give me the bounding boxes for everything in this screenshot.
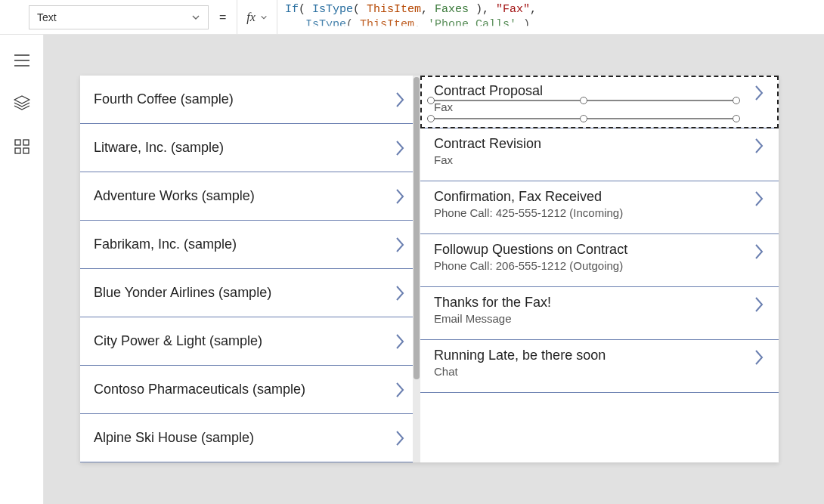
account-title: Fourth Coffee (sample) bbox=[94, 91, 234, 107]
svg-rect-3 bbox=[23, 148, 29, 153]
selection-box[interactable] bbox=[431, 118, 736, 119]
account-title: Contoso Pharmaceuticals (sample) bbox=[94, 382, 305, 397]
account-list-item[interactable]: Contoso Pharmaceuticals (sample) bbox=[80, 366, 420, 414]
selection-handle[interactable] bbox=[733, 115, 740, 122]
activity-subtitle: Phone Call: 206-555-1212 (Outgoing) bbox=[434, 259, 627, 272]
chevron-right-icon[interactable] bbox=[394, 235, 406, 255]
activity-list-item[interactable]: Followup Questions on ContractPhone Call… bbox=[420, 234, 779, 287]
account-list-item[interactable]: Blue Yonder Airlines (sample) bbox=[80, 269, 420, 317]
selection-handle[interactable] bbox=[427, 115, 435, 122]
chevron-right-icon[interactable] bbox=[753, 295, 765, 314]
svg-rect-1 bbox=[23, 140, 29, 145]
property-select-value: Text bbox=[37, 11, 57, 23]
chevron-right-icon[interactable] bbox=[394, 90, 406, 110]
chevron-right-icon[interactable] bbox=[753, 136, 765, 156]
canvas[interactable]: Fourth Coffee (sample)Litware, Inc. (sam… bbox=[44, 35, 824, 504]
account-title: Blue Yonder Airlines (sample) bbox=[94, 285, 271, 301]
chevron-down-icon bbox=[191, 13, 200, 22]
side-rail bbox=[0, 35, 44, 504]
layers-icon[interactable] bbox=[14, 95, 30, 110]
account-list-item[interactable]: Adventure Works (sample) bbox=[80, 172, 420, 221]
selection-handle[interactable] bbox=[580, 115, 587, 122]
activity-subtitle: Phone Call: 425-555-1212 (Incoming) bbox=[434, 206, 623, 219]
formula-input[interactable]: If( IsType( ThisItem, Faxes ), "Fax", Is… bbox=[277, 0, 824, 35]
account-title: Fabrikam, Inc. (sample) bbox=[94, 237, 237, 252]
app-preview: Fourth Coffee (sample)Litware, Inc. (sam… bbox=[80, 76, 779, 462]
activity-title: Thanks for the Fax! bbox=[434, 295, 551, 311]
chevron-right-icon[interactable] bbox=[394, 332, 406, 351]
activity-list-item[interactable]: Confirmation, Fax ReceivedPhone Call: 42… bbox=[420, 181, 779, 234]
fx-label: fx bbox=[246, 11, 256, 24]
account-title: Alpine Ski House (sample) bbox=[94, 430, 254, 446]
chevron-right-icon[interactable] bbox=[394, 428, 406, 448]
chevron-right-icon[interactable] bbox=[753, 189, 765, 209]
chevron-right-icon[interactable] bbox=[394, 187, 406, 206]
selection-handle[interactable] bbox=[427, 97, 435, 104]
accounts-gallery[interactable]: Fourth Coffee (sample)Litware, Inc. (sam… bbox=[80, 76, 420, 462]
account-title: City Power & Light (sample) bbox=[94, 333, 262, 349]
chevron-right-icon[interactable] bbox=[394, 283, 406, 303]
selection-box[interactable] bbox=[431, 100, 736, 101]
account-list-item[interactable]: Litware, Inc. (sample) bbox=[80, 124, 420, 172]
activity-list-item[interactable]: Contract ProposalFax bbox=[420, 76, 779, 128]
account-list-item[interactable]: Alpine Ski House (sample) bbox=[80, 414, 420, 462]
activity-list-item[interactable]: Thanks for the Fax!Email Message bbox=[420, 287, 779, 340]
account-title: Adventure Works (sample) bbox=[94, 188, 255, 204]
workspace: Fourth Coffee (sample)Litware, Inc. (sam… bbox=[0, 35, 824, 504]
activity-title: Running Late, be there soon bbox=[434, 348, 606, 363]
activity-subtitle: Fax bbox=[434, 153, 541, 166]
activity-title: Contract Proposal bbox=[434, 83, 543, 99]
activity-title: Contract Revision bbox=[434, 136, 541, 152]
account-list-item[interactable]: City Power & Light (sample) bbox=[80, 317, 420, 366]
account-list-item[interactable]: Fourth Coffee (sample) bbox=[80, 76, 420, 124]
property-select[interactable]: Text bbox=[29, 5, 209, 29]
equals-label: = bbox=[216, 11, 229, 24]
chevron-right-icon[interactable] bbox=[753, 242, 765, 261]
activity-list-item[interactable]: Running Late, be there soonChat bbox=[420, 340, 779, 393]
activity-subtitle: Email Message bbox=[434, 312, 551, 325]
svg-rect-0 bbox=[15, 140, 20, 145]
chevron-right-icon[interactable] bbox=[394, 138, 406, 158]
activity-title: Confirmation, Fax Received bbox=[434, 189, 623, 205]
fx-button[interactable]: fx bbox=[237, 0, 277, 34]
chevron-right-icon[interactable] bbox=[394, 380, 406, 400]
activity-subtitle: Chat bbox=[434, 365, 606, 378]
menu-icon[interactable] bbox=[14, 54, 29, 66]
top-toolbar: Text = fx If( IsType( ThisItem, Faxes ),… bbox=[0, 0, 824, 35]
scrollbar-track[interactable] bbox=[413, 76, 420, 462]
formula-bar: fx If( IsType( ThisItem, Faxes ), "Fax",… bbox=[237, 0, 824, 34]
selection-handle[interactable] bbox=[580, 97, 587, 104]
activity-title: Followup Questions on Contract bbox=[434, 242, 627, 258]
svg-rect-2 bbox=[15, 148, 20, 153]
chevron-down-icon bbox=[260, 14, 268, 21]
account-title: Litware, Inc. (sample) bbox=[94, 140, 224, 156]
components-icon[interactable] bbox=[14, 139, 29, 154]
chevron-right-icon[interactable] bbox=[753, 348, 765, 367]
activity-list-item[interactable]: Contract RevisionFax bbox=[420, 128, 779, 181]
activity-subtitle: Fax bbox=[434, 100, 543, 113]
account-list-item[interactable]: Fabrikam, Inc. (sample) bbox=[80, 221, 420, 269]
scrollbar-thumb[interactable] bbox=[414, 77, 420, 379]
chevron-right-icon[interactable] bbox=[753, 83, 765, 103]
activities-gallery[interactable]: Contract ProposalFaxContract RevisionFax… bbox=[420, 76, 779, 462]
selection-handle[interactable] bbox=[733, 97, 740, 104]
